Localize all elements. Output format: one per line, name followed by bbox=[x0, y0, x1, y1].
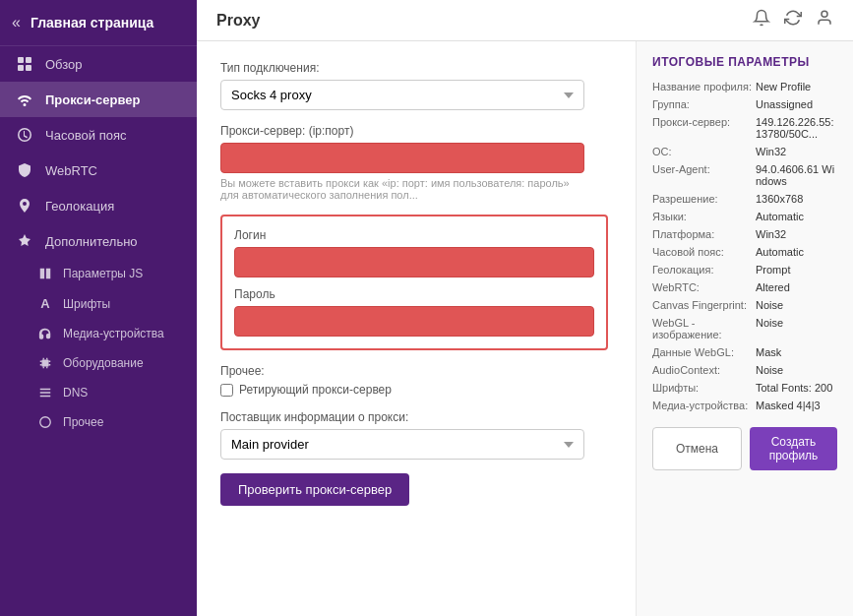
sidebar-item-timezone[interactable]: Часовой пояс bbox=[0, 117, 197, 153]
info-row-media-devices: Медиа-устройства: Masked 4|4|3 bbox=[652, 400, 837, 411]
info-row-fonts: Шрифты: Total Fonts: 200 bbox=[652, 382, 837, 394]
info-value-platform: Win32 bbox=[756, 228, 786, 240]
sidebar-item-webrtc[interactable]: WebRTC bbox=[0, 153, 197, 188]
info-key-webrtc: WebRTC: bbox=[652, 281, 756, 293]
sidebar-item-fonts-label: Шрифты bbox=[63, 297, 110, 311]
info-key-webgl-img: WebGL - изображение: bbox=[652, 317, 756, 340]
cancel-button[interactable]: Отмена bbox=[652, 427, 742, 470]
info-key-useragent: User-Agent: bbox=[652, 163, 756, 187]
sidebar-item-advanced[interactable]: Дополнительно bbox=[0, 223, 197, 259]
sidebar-item-hardware[interactable]: Оборудование bbox=[0, 348, 197, 378]
sidebar-item-dns[interactable]: DNS bbox=[0, 378, 197, 407]
info-key-geolocation: Геолокация: bbox=[652, 264, 756, 276]
info-row-proxy: Прокси-сервер: 149.126.226.55:13780/50C.… bbox=[652, 116, 837, 140]
sidebar-item-proxy-label: Прокси-сервер bbox=[45, 92, 141, 107]
wifi-icon bbox=[14, 92, 35, 107]
info-value-webgl-img: Noise bbox=[756, 317, 783, 340]
svg-rect-2 bbox=[18, 65, 24, 71]
proxy-server-label: Прокси-сервер: (ip:порт) bbox=[220, 124, 612, 138]
info-key-audio: AudioContext: bbox=[652, 364, 756, 376]
retry-proxy-checkbox[interactable] bbox=[220, 384, 233, 397]
info-key-platform: Платформа: bbox=[652, 228, 756, 240]
form-panel: Тип подключения: Socks 4 proxy Прокси-се… bbox=[197, 41, 637, 616]
info-key-media-devices: Медиа-устройства: bbox=[652, 400, 756, 411]
create-profile-button[interactable]: Создать профиль bbox=[750, 427, 837, 470]
info-row-resolution: Разрешение: 1360x768 bbox=[652, 193, 837, 205]
sidebar-item-fonts[interactable]: A Шрифты bbox=[0, 288, 197, 319]
sidebar-item-overview[interactable]: Обзор bbox=[0, 46, 197, 82]
provider-label: Поставщик информации о прокси: bbox=[220, 410, 612, 424]
user-icon[interactable] bbox=[816, 9, 833, 31]
info-key-proxy: Прокси-сервер: bbox=[652, 116, 756, 140]
info-value-group: Unassigned bbox=[756, 98, 813, 110]
right-panel: ИТОГОВЫЕ ПАРАМЕТРЫ Название профиля: New… bbox=[637, 41, 853, 616]
sidebar: « Главная страница Обзор Прокси-сервер Ч… bbox=[0, 0, 197, 616]
sidebar-item-geolocation-label: Геолокация bbox=[45, 199, 114, 214]
login-input[interactable] bbox=[234, 247, 594, 277]
sidebar-item-js-params[interactable]: Параметры JS bbox=[0, 259, 197, 288]
retry-checkbox-label[interactable]: Ретирующий прокси-сервер bbox=[239, 383, 392, 397]
info-row-languages: Языки: Automatic bbox=[652, 211, 837, 222]
check-proxy-button[interactable]: Проверить прокси-сервер bbox=[220, 473, 409, 506]
info-value-geolocation: Prompt bbox=[756, 264, 790, 276]
headphones-icon bbox=[35, 327, 55, 340]
info-key-os: ОС: bbox=[652, 146, 756, 157]
info-value-profile: New Profile bbox=[756, 81, 811, 92]
other-label: Прочее: bbox=[220, 364, 612, 378]
info-key-webgl-data: Данные WebGL: bbox=[652, 346, 756, 358]
info-value-audio: Noise bbox=[756, 364, 783, 376]
password-input[interactable] bbox=[234, 306, 594, 337]
sidebar-item-advanced-label: Дополнительно bbox=[45, 234, 138, 249]
font-icon: A bbox=[35, 296, 55, 311]
topbar: Proxy bbox=[197, 0, 853, 41]
provider-select[interactable]: Main provider bbox=[220, 429, 584, 460]
sidebar-item-js-params-label: Параметры JS bbox=[63, 267, 143, 280]
info-value-timezone: Automatic bbox=[756, 246, 804, 258]
info-key-timezone: Часовой пояс: bbox=[652, 246, 756, 258]
sidebar-item-media[interactable]: Медиа-устройства bbox=[0, 319, 197, 348]
page-title: Proxy bbox=[216, 12, 260, 30]
sidebar-item-other-label: Прочее bbox=[63, 415, 103, 429]
sidebar-item-overview-label: Обзор bbox=[45, 57, 83, 72]
sidebar-item-geolocation[interactable]: Геолокация bbox=[0, 188, 197, 223]
retry-checkbox-row: Ретирующий прокси-сервер bbox=[220, 383, 612, 397]
topbar-icons bbox=[753, 9, 833, 31]
sidebar-item-timezone-label: Часовой пояс bbox=[45, 128, 126, 143]
info-row-profile: Название профиля: New Profile bbox=[652, 81, 837, 92]
info-row-timezone: Часовой пояс: Automatic bbox=[652, 246, 837, 258]
info-key-languages: Языки: bbox=[652, 211, 756, 222]
sidebar-item-other[interactable]: Прочее bbox=[0, 407, 197, 437]
svg-rect-0 bbox=[18, 57, 24, 63]
info-value-languages: Automatic bbox=[756, 211, 804, 222]
sidebar-header[interactable]: « Главная страница bbox=[0, 0, 197, 46]
credentials-box: Логин Пароль bbox=[220, 215, 608, 350]
cpu-icon bbox=[35, 356, 55, 370]
info-value-resolution: 1360x768 bbox=[756, 193, 803, 205]
pin-icon bbox=[14, 198, 35, 214]
info-value-useragent: 94.0.4606.61 Windows bbox=[756, 163, 837, 187]
content-area: Тип подключения: Socks 4 proxy Прокси-се… bbox=[197, 41, 853, 616]
info-row-audio: AudioContext: Noise bbox=[652, 364, 837, 376]
info-row-canvas: Canvas Fingerprint: Noise bbox=[652, 299, 837, 311]
list-icon bbox=[35, 386, 55, 400]
info-key-group: Группа: bbox=[652, 98, 756, 110]
info-value-proxy: 149.126.226.55:13780/50C... bbox=[756, 116, 837, 140]
info-row-geolocation: Геолокация: Prompt bbox=[652, 264, 837, 276]
collapse-icon: « bbox=[12, 14, 21, 31]
bell-icon[interactable] bbox=[753, 9, 770, 31]
info-row-os: ОС: Win32 bbox=[652, 146, 837, 157]
proxy-server-input[interactable] bbox=[220, 143, 584, 173]
proxy-hint: Вы можете вставить прокси как «ip: порт:… bbox=[220, 177, 584, 201]
info-value-webgl-data: Mask bbox=[756, 346, 781, 358]
right-panel-buttons: Отмена Создать профиль bbox=[652, 427, 837, 470]
info-value-canvas: Noise bbox=[756, 299, 783, 311]
star-icon bbox=[14, 233, 35, 249]
info-row-group: Группа: Unassigned bbox=[652, 98, 837, 110]
connection-type-group: Тип подключения: Socks 4 proxy bbox=[220, 61, 612, 110]
refresh-icon[interactable] bbox=[784, 9, 802, 31]
connection-type-select[interactable]: Socks 4 proxy bbox=[220, 80, 584, 110]
info-row-webrtc: WebRTC: Altered bbox=[652, 281, 837, 293]
sidebar-item-dns-label: DNS bbox=[63, 386, 88, 400]
other-section: Прочее: Ретирующий прокси-сервер bbox=[220, 364, 612, 397]
sidebar-item-proxy[interactable]: Прокси-сервер bbox=[0, 82, 197, 117]
